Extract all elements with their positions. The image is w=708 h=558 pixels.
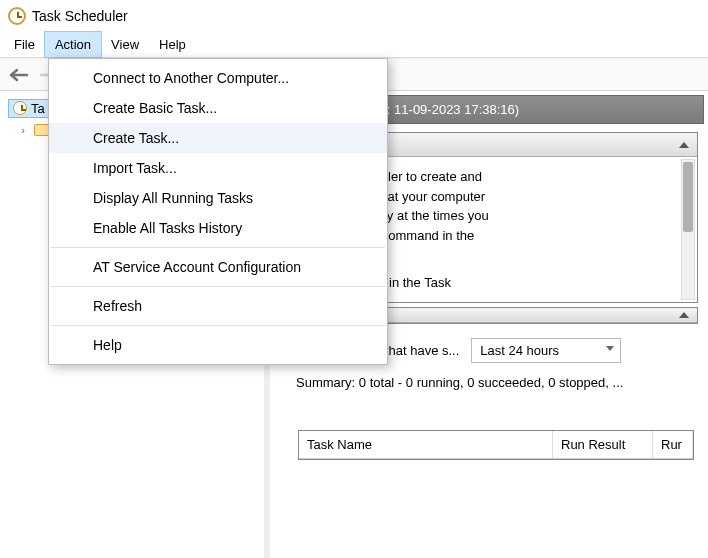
back-button[interactable] bbox=[6, 63, 32, 87]
menu-separator bbox=[51, 247, 385, 248]
caret-up-icon bbox=[679, 312, 689, 318]
menu-help-item[interactable]: Help bbox=[49, 330, 387, 360]
tree-root-label: Ta bbox=[31, 101, 45, 116]
title-bar: Task Scheduler bbox=[0, 0, 708, 32]
menu-display-running-tasks[interactable]: Display All Running Tasks bbox=[49, 183, 387, 213]
menu-at-service-config[interactable]: AT Service Account Configuration bbox=[49, 252, 387, 282]
col-run-result[interactable]: Run Result bbox=[553, 431, 653, 458]
app-icon bbox=[8, 7, 26, 25]
menu-separator bbox=[51, 286, 385, 287]
menu-enable-tasks-history[interactable]: Enable All Tasks History bbox=[49, 213, 387, 243]
arrow-left-icon bbox=[9, 68, 29, 82]
menu-separator bbox=[51, 325, 385, 326]
chevron-down-icon bbox=[606, 346, 614, 351]
task-table: Task Name Run Result Rur bbox=[298, 430, 694, 460]
action-dropdown: Connect to Another Computer... Create Ba… bbox=[48, 58, 388, 365]
menu-create-basic-task[interactable]: Create Basic Task... bbox=[49, 93, 387, 123]
expander-icon[interactable]: › bbox=[16, 124, 30, 136]
menu-view[interactable]: View bbox=[101, 32, 149, 57]
menu-bar: File Action View Help bbox=[0, 32, 708, 58]
col-task-name[interactable]: Task Name bbox=[299, 431, 553, 458]
menu-refresh[interactable]: Refresh bbox=[49, 291, 387, 321]
scrollbar-thumb[interactable] bbox=[683, 162, 693, 232]
clock-icon bbox=[13, 101, 27, 115]
menu-action[interactable]: Action bbox=[45, 32, 101, 57]
menu-file[interactable]: File bbox=[4, 32, 45, 57]
menu-create-task[interactable]: Create Task... bbox=[49, 123, 387, 153]
window: Task Scheduler File Action View Help Ta bbox=[0, 0, 708, 558]
combo-value: Last 24 hours bbox=[480, 343, 559, 358]
window-title: Task Scheduler bbox=[32, 8, 128, 24]
status-period-combo[interactable]: Last 24 hours bbox=[471, 338, 621, 363]
scrollbar[interactable] bbox=[681, 159, 695, 300]
caret-up-icon bbox=[679, 142, 689, 148]
table-header-row: Task Name Run Result Rur bbox=[299, 431, 693, 459]
col-run-partial[interactable]: Rur bbox=[653, 431, 693, 458]
status-summary: Summary: 0 total - 0 running, 0 succeede… bbox=[296, 375, 698, 390]
menu-connect-computer[interactable]: Connect to Another Computer... bbox=[49, 63, 387, 93]
tree-root-selected: Ta bbox=[8, 99, 50, 118]
menu-import-task[interactable]: Import Task... bbox=[49, 153, 387, 183]
menu-help[interactable]: Help bbox=[149, 32, 196, 57]
